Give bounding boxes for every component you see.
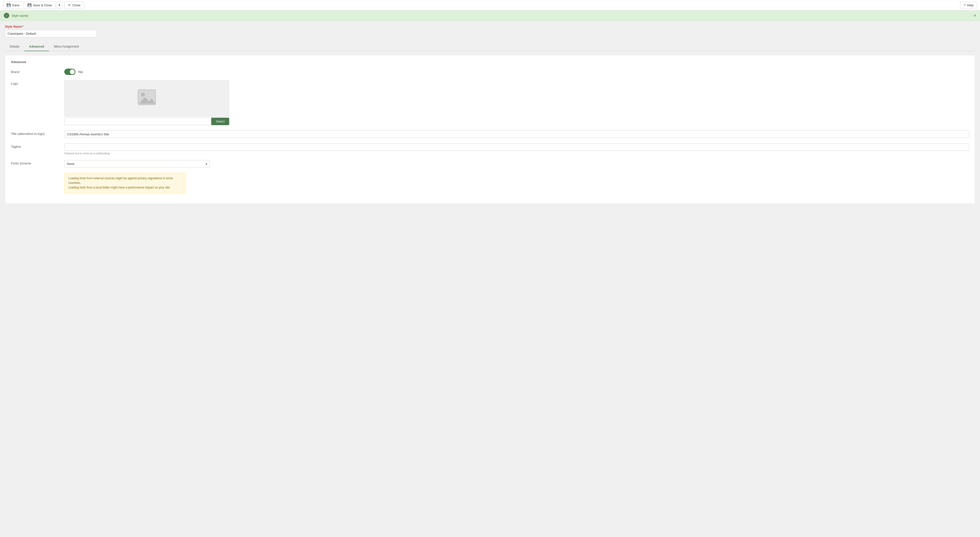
- help-button[interactable]: ? Help: [960, 2, 977, 9]
- title-input[interactable]: [64, 130, 969, 138]
- tab-menu-assignment[interactable]: Menu Assignment: [49, 42, 84, 51]
- fonts-scheme-label: Fonts Scheme: [11, 160, 59, 165]
- warning-control: Loading fonts from external sources migh…: [64, 173, 969, 193]
- advanced-card: Advanced Brand Yes Logo: [5, 55, 975, 204]
- help-icon: ?: [964, 3, 966, 7]
- logo-row: Logo Select: [11, 80, 969, 125]
- warning-line2: Loading fonts from a local folder might …: [68, 186, 170, 189]
- save-button[interactable]: 💾 Save: [3, 2, 23, 9]
- save-icon: 💾: [6, 3, 11, 7]
- logo-control: Select: [64, 80, 969, 125]
- title-label: Title (alternative to logo): [11, 130, 59, 136]
- page-content: Style Name* Details Advanced Menu Assign…: [0, 21, 980, 208]
- tagline-control: Optional text to show as a subheading: [64, 143, 969, 155]
- image-placeholder-icon: [137, 89, 156, 108]
- save-close-icon: 💾: [27, 3, 32, 7]
- logo-input-row: Select: [64, 118, 229, 125]
- brand-label: Brand: [11, 68, 59, 74]
- logo-label: Logo: [11, 80, 59, 85]
- brand-row: Brand Yes: [11, 68, 969, 75]
- save-dropdown-button[interactable]: ▾: [57, 2, 62, 8]
- brand-yes-label: Yes: [78, 70, 83, 74]
- tab-bar: Details Advanced Menu Assignment: [5, 42, 975, 51]
- banner-close-button[interactable]: ×: [974, 13, 976, 18]
- tagline-hint: Optional text to show as a subheading: [64, 152, 969, 155]
- warning-spacer: [11, 173, 59, 175]
- fonts-scheme-row: Fonts Scheme None Roboto Open Sans Lato …: [11, 160, 969, 168]
- help-label: Help: [967, 3, 974, 7]
- banner-check-icon: ✓: [4, 13, 9, 18]
- toolbar: 💾 Save 💾 Save & Close ▾ ✕ Close ? Help: [0, 0, 980, 10]
- close-label: Close: [72, 3, 80, 7]
- close-icon: ✕: [68, 3, 71, 7]
- logo-select-button[interactable]: Select: [211, 118, 229, 125]
- save-close-label: Save & Close: [33, 3, 52, 7]
- close-button[interactable]: ✕ Close: [64, 2, 84, 9]
- banner-message: Style saved.: [12, 14, 971, 17]
- style-name-label: Style Name*: [5, 25, 975, 29]
- fonts-scheme-select[interactable]: None Roboto Open Sans Lato: [64, 160, 210, 168]
- tagline-row: Tagline Optional text to show as a subhe…: [11, 143, 969, 155]
- title-row: Title (alternative to logo): [11, 130, 969, 138]
- toggle-slider: [64, 68, 75, 75]
- success-banner: ✓ Style saved. ×: [0, 10, 980, 21]
- save-close-button[interactable]: 💾 Save & Close: [24, 2, 56, 9]
- brand-toggle-wrap: Yes: [64, 68, 969, 75]
- title-control: [64, 130, 969, 138]
- fonts-scheme-control: None Roboto Open Sans Lato ▾: [64, 160, 969, 168]
- brand-toggle[interactable]: [64, 68, 75, 75]
- logo-preview: [64, 80, 229, 117]
- style-name-input[interactable]: [5, 30, 97, 37]
- tab-details[interactable]: Details: [5, 42, 24, 51]
- warning-row: Loading fonts from external sources migh…: [11, 173, 969, 193]
- tab-advanced[interactable]: Advanced: [24, 42, 49, 51]
- brand-control: Yes: [64, 68, 969, 75]
- svg-point-1: [141, 93, 145, 97]
- tagline-label: Tagline: [11, 143, 59, 148]
- fonts-scheme-select-wrap: None Roboto Open Sans Lato ▾: [64, 160, 210, 168]
- card-title: Advanced: [11, 60, 969, 64]
- warning-line1: Loading fonts from external sources migh…: [68, 176, 173, 184]
- fonts-warning-box: Loading fonts from external sources migh…: [64, 173, 186, 193]
- tagline-input[interactable]: [64, 143, 969, 151]
- logo-path-input[interactable]: [64, 118, 211, 125]
- save-label: Save: [12, 3, 19, 7]
